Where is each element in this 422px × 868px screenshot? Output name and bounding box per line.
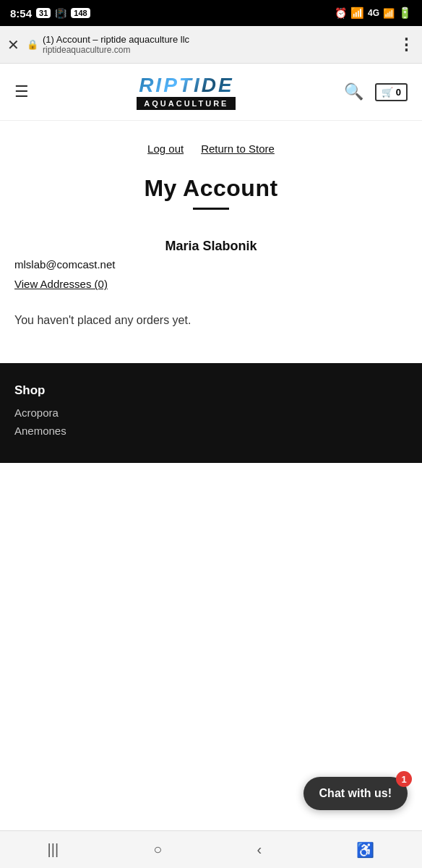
wifi-icon: 📶 [350,7,364,20]
header-icons: 🔍 🛒 0 [344,82,408,101]
logout-link[interactable]: Log out [147,142,184,155]
hamburger-menu-button[interactable]: ☰ [14,82,29,101]
nav-accessibility-icon[interactable]: ♿ [356,841,374,859]
status-time: 8:54 [10,7,32,20]
logo-text: RIPTIDE [139,74,233,97]
user-email: mlslab@comcast.net [14,258,408,271]
chat-badge: 1 [396,771,412,787]
cart-count: 0 [396,87,401,98]
notif-badge-3: 148 [71,8,90,18]
bottom-nav-bar: ||| ○ ‹ ♿ [0,830,422,868]
return-to-store-link[interactable]: Return to Store [201,142,275,155]
chat-button-wrapper: Chat with us! 1 [303,777,408,810]
chat-button[interactable]: Chat with us! [303,777,408,810]
notif-badge-1: 31 [36,8,51,18]
footer-shop-title: Shop [14,383,408,398]
status-bar: 8:54 31 📳 148 ⏰ 📶 4G 📶 🔋 [0,0,422,26]
logo-sub: AQUACULTURE [137,97,236,110]
browser-chrome: ✕ 🔒 (1) Account – riptide aquaculture ll… [0,26,422,64]
footer-link-anemones[interactable]: Anemones [14,425,408,437]
browser-close-button[interactable]: ✕ [7,38,20,52]
ring-icon: 📳 [55,8,66,19]
account-nav: Log out Return to Store [14,142,408,155]
nav-back-icon[interactable]: ‹ [257,841,262,858]
page-title: My Account [14,175,408,202]
nav-menu-icon[interactable]: ||| [48,841,59,858]
battery-icon: 🔋 [398,7,412,20]
browser-url: riptideaquaculture.com [43,45,189,55]
page-title-underline [193,208,229,210]
signal-text: 4G [368,8,379,18]
main-content: Log out Return to Store My Account Maria… [0,121,422,349]
browser-menu-button[interactable]: ⋮ [398,35,415,54]
user-info-section: Maria Slabonik mlslab@comcast.net View A… [14,239,408,291]
page-title-block: My Account [14,175,408,210]
browser-tab-title: (1) Account – riptide aquaculture llc [43,34,189,45]
cart-icon: 🛒 [382,87,393,98]
lock-icon: 🔒 [27,39,38,50]
alarm-icon: ⏰ [335,7,347,19]
view-addresses-link[interactable]: View Addresses (0) [14,278,108,290]
cart-button[interactable]: 🛒 0 [375,83,408,101]
search-icon[interactable]: 🔍 [344,82,363,101]
nav-home-icon[interactable]: ○ [153,841,162,858]
url-area[interactable]: 🔒 (1) Account – riptide aquaculture llc … [27,34,391,55]
signal-bars: 📶 [383,8,395,19]
site-logo[interactable]: RIPTIDE AQUACULTURE [137,74,236,110]
user-name: Maria Slabonik [14,239,408,254]
status-icons: ⏰ 📶 4G 📶 🔋 [335,7,412,20]
site-header: ☰ RIPTIDE AQUACULTURE 🔍 🛒 0 [0,64,422,121]
no-orders-message: You haven't placed any orders yet. [14,314,408,327]
site-footer: Shop Acropora Anemones [0,363,422,463]
footer-link-acropora[interactable]: Acropora [14,407,408,419]
